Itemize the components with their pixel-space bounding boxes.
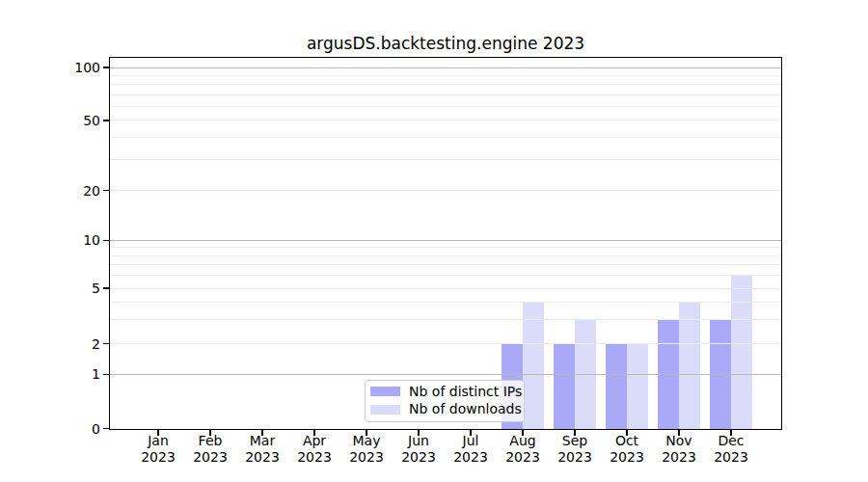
y-tick-mark bbox=[103, 240, 110, 241]
y-tick-label: 100 bbox=[0, 59, 100, 76]
legend-entry-distinct-ips: Nb of distinct IPs bbox=[370, 384, 518, 400]
y-tick-label: 2 bbox=[0, 335, 100, 353]
x-tick-label-month: Dec bbox=[696, 433, 766, 449]
plot-area bbox=[109, 57, 782, 430]
y-tick-label: 50 bbox=[0, 112, 100, 129]
y-tick-mark bbox=[103, 343, 110, 344]
minor-gridline bbox=[110, 319, 781, 320]
y-tick-mark bbox=[103, 67, 110, 67]
legend-entry-downloads: Nb of downloads bbox=[370, 401, 518, 417]
y-tick-mark bbox=[103, 120, 110, 120]
y-tick-mark bbox=[103, 428, 110, 429]
minor-gridline bbox=[110, 343, 781, 344]
minor-gridline bbox=[110, 75, 781, 76]
minor-gridline bbox=[110, 94, 781, 95]
y-tick-label: 20 bbox=[0, 182, 100, 200]
major-gridline bbox=[110, 374, 781, 375]
y-tick-label: 5 bbox=[0, 280, 100, 297]
minor-gridline bbox=[110, 137, 781, 138]
chart-title: argusDS.backtesting.engine 2023 bbox=[109, 34, 782, 53]
minor-gridline bbox=[110, 288, 781, 289]
legend-swatch-distinct-ips bbox=[370, 387, 400, 396]
major-gridline bbox=[110, 240, 781, 241]
major-gridline bbox=[110, 67, 781, 68]
minor-gridline bbox=[110, 159, 781, 160]
minor-gridline bbox=[110, 106, 781, 107]
y-tick-mark bbox=[103, 374, 110, 375]
y-tick-label: 1 bbox=[0, 365, 100, 383]
minor-gridline bbox=[110, 255, 781, 256]
legend-label-distinct-ips: Nb of distinct IPs bbox=[409, 384, 522, 400]
minor-gridline bbox=[110, 120, 781, 120]
minor-gridline bbox=[110, 190, 781, 191]
y-tick-label: 0 bbox=[0, 420, 100, 438]
y-tick-mark bbox=[103, 190, 110, 191]
minor-gridline bbox=[110, 302, 781, 303]
minor-gridline bbox=[110, 247, 781, 248]
x-tick-label-year: 2023 bbox=[696, 449, 766, 466]
bar-downloads bbox=[731, 276, 752, 429]
minor-gridline bbox=[110, 84, 781, 85]
minor-gridline bbox=[110, 275, 781, 276]
y-tick-mark bbox=[103, 287, 110, 288]
x-tick-label: Dec2023 bbox=[696, 433, 766, 465]
legend: Nb of distinct IPs Nb of downloads bbox=[365, 380, 525, 422]
chart-figure: argusDS.backtesting.engine 2023 01251020… bbox=[0, 0, 868, 482]
legend-label-downloads: Nb of downloads bbox=[409, 401, 522, 417]
minor-gridline bbox=[110, 264, 781, 265]
bar-downloads bbox=[627, 344, 648, 429]
bar-distinct-ips bbox=[554, 344, 575, 429]
bar-distinct-ips bbox=[606, 344, 627, 429]
y-tick-label: 10 bbox=[0, 231, 100, 249]
legend-swatch-downloads bbox=[370, 405, 400, 415]
bar-downloads bbox=[679, 302, 700, 428]
bar-downloads bbox=[523, 302, 544, 428]
